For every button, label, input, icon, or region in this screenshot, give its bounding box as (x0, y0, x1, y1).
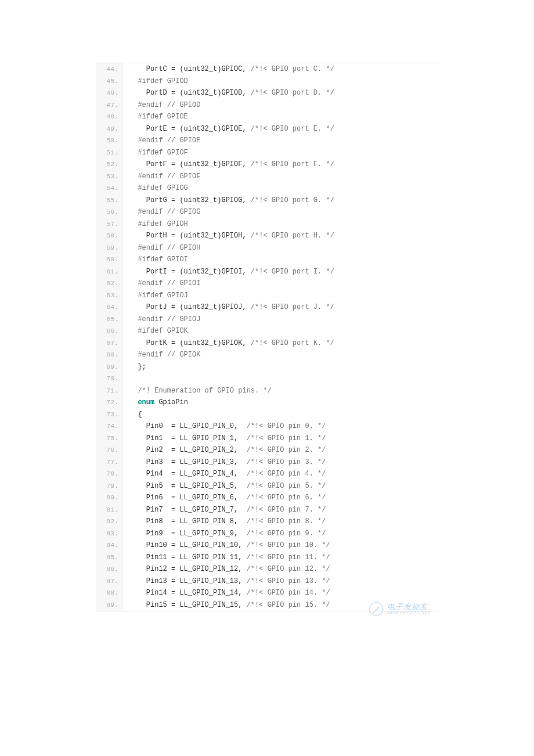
line-number: 87. (96, 575, 122, 588)
line-number: 67. (96, 337, 122, 350)
line-number: 45. (96, 75, 122, 88)
code-content: Pin9 = LL_GPIO_PIN_9, /*!< GPIO pin 9. *… (122, 528, 439, 540)
code-line: 77. Pin3 = LL_GPIO_PIN_3, /*!< GPIO pin … (96, 456, 439, 469)
line-number: 60. (96, 254, 122, 266)
code-line: 73. { (96, 409, 439, 421)
code-line: 67. PortK = (uint32_t)GPIOK, /*!< GPIO p… (96, 337, 439, 350)
code-line: 84. Pin10 = LL_GPIO_PIN_10, /*!< GPIO pi… (96, 539, 439, 552)
code-content: Pin15 = LL_GPIO_PIN_15, /*!< GPIO pin 15… (122, 599, 439, 611)
code-line: 65. #endif // GPIOJ (96, 314, 439, 326)
code-content: PortE = (uint32_t)GPIOE, /*!< GPIO port … (122, 123, 439, 135)
line-number: 48. (96, 111, 122, 123)
line-number: 86. (96, 563, 122, 575)
code-content: #ifdef GPIOJ (122, 290, 439, 302)
line-number: 50. (96, 135, 122, 147)
code-content: Pin0 = LL_GPIO_PIN_0, /*!< GPIO pin 0. *… (122, 420, 439, 433)
code-content: #ifdef GPIOE (122, 111, 439, 123)
code-line: 68. #endif // GPIOK (96, 349, 439, 361)
code-line: 80. Pin6 = LL_GPIO_PIN_6, /*!< GPIO pin … (96, 492, 439, 504)
line-number: 54. (96, 182, 122, 195)
line-number: 72. (96, 397, 122, 409)
code-line: 78. Pin4 = LL_GPIO_PIN_4, /*!< GPIO pin … (96, 468, 439, 480)
code-content: Pin5 = LL_GPIO_PIN_5, /*!< GPIO pin 5. *… (122, 480, 439, 492)
line-number: 63. (96, 290, 122, 302)
code-content: #endif // GPIOK (122, 349, 439, 361)
code-content: PortH = (uint32_t)GPIOH, /*!< GPIO port … (122, 230, 439, 242)
line-number: 74. (96, 420, 122, 433)
line-number: 66. (96, 325, 122, 337)
line-number: 46. (96, 87, 122, 99)
line-number: 75. (96, 433, 122, 445)
code-line: 49. PortE = (uint32_t)GPIOE, /*!< GPIO p… (96, 123, 439, 135)
code-line: 63. #ifdef GPIOJ (96, 290, 439, 302)
code-content: #ifdef GPIOD (122, 75, 439, 88)
code-content: #ifdef GPIOG (122, 182, 439, 195)
line-number: 77. (96, 456, 122, 469)
line-number: 51. (96, 147, 122, 159)
code-line: 66. #ifdef GPIOK (96, 325, 439, 337)
code-line: 69. }; (96, 361, 439, 373)
code-line: 45. #ifdef GPIOD (96, 75, 439, 88)
code-content: Pin2 = LL_GPIO_PIN_2, /*!< GPIO pin 2. *… (122, 444, 439, 456)
code-content: #ifdef GPIOF (122, 147, 439, 159)
code-line: 85. Pin11 = LL_GPIO_PIN_11, /*!< GPIO pi… (96, 552, 439, 564)
code-content: PortK = (uint32_t)GPIOK, /*!< GPIO port … (122, 337, 439, 350)
document-page: www.bdocx.com 44. PortC = (uint32_t)GPIO… (0, 0, 534, 756)
code-content: #ifdef GPIOK (122, 325, 439, 337)
line-number: 89. (96, 599, 122, 611)
line-number: 59. (96, 242, 122, 254)
code-line: 58. PortH = (uint32_t)GPIOH, /*!< GPIO p… (96, 230, 439, 242)
code-content: PortF = (uint32_t)GPIOF, /*!< GPIO port … (122, 159, 439, 171)
code-line: 60. #ifdef GPIOI (96, 254, 439, 266)
code-line: 71. /*! Enumeration of GPIO pins. */ (96, 385, 439, 397)
code-line: 79. Pin5 = LL_GPIO_PIN_5, /*!< GPIO pin … (96, 480, 439, 492)
code-content: Pin1 = LL_GPIO_PIN_1, /*!< GPIO pin 1. *… (122, 433, 439, 445)
code-line: 83. Pin9 = LL_GPIO_PIN_9, /*!< GPIO pin … (96, 528, 439, 540)
code-line: 53. #endif // GPIOF (96, 171, 439, 183)
code-line: 61. PortI = (uint32_t)GPIOI, /*!< GPIO p… (96, 266, 439, 278)
code-line: 44. PortC = (uint32_t)GPIOC, /*!< GPIO p… (96, 63, 439, 75)
code-content: #endif // GPIOH (122, 242, 439, 254)
line-number: 73. (96, 409, 122, 421)
line-number: 47. (96, 99, 122, 111)
code-content: #endif // GPIOJ (122, 314, 439, 326)
line-number: 81. (96, 504, 122, 516)
code-content: #endif // GPIOE (122, 135, 439, 147)
code-content: Pin13 = LL_GPIO_PIN_13, /*!< GPIO pin 13… (122, 575, 439, 588)
code-line: 70. (96, 373, 439, 385)
code-content: PortI = (uint32_t)GPIOI, /*!< GPIO port … (122, 266, 439, 278)
code-content: #endif // GPIOI (122, 278, 439, 290)
code-line: 46. PortD = (uint32_t)GPIOD, /*!< GPIO p… (96, 87, 439, 99)
code-content: Pin3 = LL_GPIO_PIN_3, /*!< GPIO pin 3. *… (122, 456, 439, 469)
code-line: 76. Pin2 = LL_GPIO_PIN_2, /*!< GPIO pin … (96, 444, 439, 456)
code-line: 47. #endif // GPIOD (96, 99, 439, 111)
code-content: Pin8 = LL_GPIO_PIN_8, /*!< GPIO pin 8. *… (122, 516, 439, 528)
line-number: 49. (96, 123, 122, 135)
code-content: PortG = (uint32_t)GPIOG, /*!< GPIO port … (122, 195, 439, 207)
code-line: 89. Pin15 = LL_GPIO_PIN_15, /*!< GPIO pi… (96, 599, 439, 611)
code-line: 56. #endif // GPIOG (96, 206, 439, 218)
code-line: 50. #endif // GPIOE (96, 135, 439, 147)
line-number: 88. (96, 587, 122, 599)
line-number: 83. (96, 528, 122, 540)
line-number: 70. (96, 373, 122, 385)
code-line: 51. #ifdef GPIOF (96, 147, 439, 159)
line-number: 56. (96, 206, 122, 218)
code-content: PortC = (uint32_t)GPIOC, /*!< GPIO port … (122, 63, 439, 75)
code-line: 55. PortG = (uint32_t)GPIOG, /*!< GPIO p… (96, 195, 439, 207)
line-number: 80. (96, 492, 122, 504)
line-number: 85. (96, 552, 122, 564)
line-number: 69. (96, 361, 122, 373)
code-content: /*! Enumeration of GPIO pins. */ (122, 385, 439, 397)
line-number: 84. (96, 539, 122, 552)
code-block: 44. PortC = (uint32_t)GPIOC, /*!< GPIO p… (96, 63, 439, 611)
line-number: 68. (96, 349, 122, 361)
line-number: 55. (96, 195, 122, 207)
code-content: PortD = (uint32_t)GPIOD, /*!< GPIO port … (122, 87, 439, 99)
code-line: 87. Pin13 = LL_GPIO_PIN_13, /*!< GPIO pi… (96, 575, 439, 588)
line-number: 79. (96, 480, 122, 492)
code-content: #endif // GPIOD (122, 99, 439, 111)
line-number: 61. (96, 266, 122, 278)
line-number: 52. (96, 159, 122, 171)
code-line: 52. PortF = (uint32_t)GPIOF, /*!< GPIO p… (96, 159, 439, 171)
